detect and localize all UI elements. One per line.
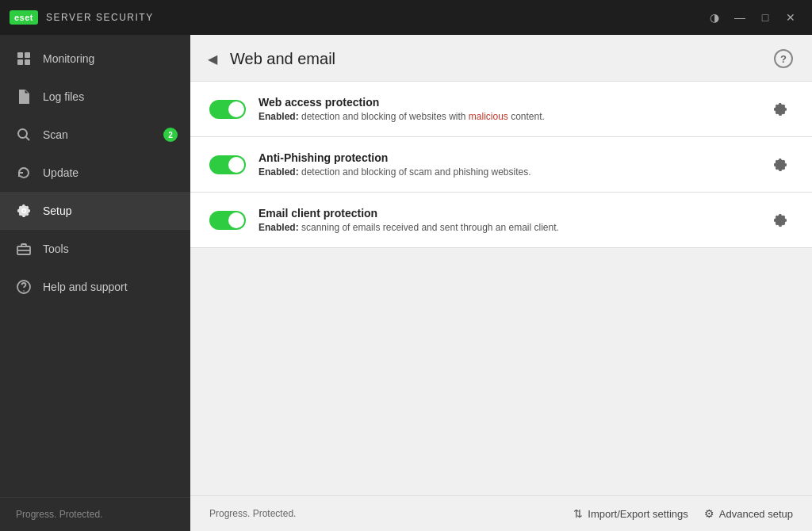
sidebar-item-tools[interactable]: Tools xyxy=(0,230,190,268)
gear-icon xyxy=(16,203,32,219)
refresh-icon xyxy=(16,165,32,181)
anti-phishing-text: Anti-Phishing protection Enabled: detect… xyxy=(259,151,755,178)
page-title: Web and email xyxy=(230,50,335,68)
advanced-setup-button[interactable]: ⚙ Advanced setup xyxy=(704,507,793,520)
sidebar-item-setup[interactable]: Setup xyxy=(0,192,190,230)
sidebar-item-label: Tools xyxy=(43,243,69,255)
content-footer: Progress. Protected. ⇅ Import/Export set… xyxy=(190,495,812,531)
titlebar: eset SERVER SECURITY ◑ — □ ✕ xyxy=(0,0,812,35)
file-icon xyxy=(16,89,32,105)
search-icon xyxy=(16,127,32,143)
sidebar-item-scan[interactable]: Scan 2 xyxy=(0,116,190,154)
back-button[interactable]: ◀ xyxy=(203,50,222,68)
maximize-button[interactable]: □ xyxy=(753,6,777,29)
close-button[interactable]: ✕ xyxy=(779,6,802,29)
anti-phishing-settings-button[interactable] xyxy=(768,152,793,178)
footer-actions: ⇅ Import/Export settings ⚙ Advanced setu… xyxy=(573,507,793,520)
web-access-title: Web access protection xyxy=(259,96,755,109)
svg-rect-2 xyxy=(17,59,23,65)
sidebar-item-label: Monitoring xyxy=(43,52,94,65)
grid-icon xyxy=(16,51,32,67)
import-export-icon: ⇅ xyxy=(573,507,583,520)
protection-item-email-client: Email client protection Enabled: scannin… xyxy=(190,193,812,248)
email-client-desc-text: scanning of emails received and sent thr… xyxy=(301,222,559,233)
svg-rect-3 xyxy=(25,59,30,65)
main-layout: Monitoring Log files Scan xyxy=(0,35,812,531)
sidebar-item-label: Help and support xyxy=(43,281,128,293)
advanced-setup-icon: ⚙ xyxy=(704,507,714,520)
anti-phishing-toggle[interactable] xyxy=(209,155,246,174)
sidebar-item-update[interactable]: Update xyxy=(0,154,190,192)
protection-item-web-access: Web access protection Enabled: detection… xyxy=(190,82,812,137)
content-header: ◀ Web and email ? xyxy=(190,35,812,82)
web-access-toggle[interactable] xyxy=(209,100,246,119)
protection-item-anti-phishing: Anti-Phishing protection Enabled: detect… xyxy=(190,137,812,193)
web-access-settings-button[interactable] xyxy=(768,97,793,122)
web-access-enabled-label: Enabled: xyxy=(259,111,299,122)
theme-toggle-button[interactable]: ◑ xyxy=(703,6,726,29)
help-icon xyxy=(16,279,32,295)
sidebar-item-log-files[interactable]: Log files xyxy=(0,78,190,116)
import-export-label: Import/Export settings xyxy=(588,508,688,520)
email-client-enabled-label: Enabled: xyxy=(259,222,299,233)
svg-point-12 xyxy=(23,290,25,292)
sidebar: Monitoring Log files Scan xyxy=(0,35,190,531)
anti-phishing-desc-text: detection and blocking of scam and phish… xyxy=(301,166,531,178)
email-client-title: Email client protection xyxy=(259,207,755,220)
web-access-text: Web access protection Enabled: detection… xyxy=(259,96,755,122)
anti-phishing-title: Anti-Phishing protection xyxy=(259,151,755,164)
sidebar-item-label: Update xyxy=(43,166,79,179)
malicious-highlight: malicious xyxy=(469,111,508,122)
sidebar-item-label: Log files xyxy=(43,90,84,103)
svg-line-8 xyxy=(26,137,30,141)
anti-phishing-enabled-label: Enabled: xyxy=(259,166,299,178)
content-header-left: ◀ Web and email xyxy=(203,50,335,68)
app-title: SERVER SECURITY xyxy=(46,12,154,23)
sidebar-item-label: Scan xyxy=(43,128,68,141)
web-access-desc: Enabled: detection and blocking of websi… xyxy=(259,111,755,122)
scan-badge: 2 xyxy=(163,128,178,142)
content-area: ◀ Web and email ? Web access protection … xyxy=(190,35,812,531)
advanced-setup-label: Advanced setup xyxy=(719,508,793,520)
titlebar-left: eset SERVER SECURITY xyxy=(10,10,154,25)
footer-status: Progress. Protected. xyxy=(209,508,296,519)
anti-phishing-desc: Enabled: detection and blocking of scam … xyxy=(259,166,755,178)
minimize-button[interactable]: — xyxy=(728,6,752,29)
import-export-button[interactable]: ⇅ Import/Export settings xyxy=(573,507,688,520)
titlebar-controls: ◑ — □ ✕ xyxy=(703,6,802,29)
web-access-desc-text: detection and blocking of websites with … xyxy=(301,111,545,122)
svg-rect-0 xyxy=(17,52,23,58)
sidebar-item-help-and-support[interactable]: Help and support xyxy=(0,268,190,306)
briefcase-icon xyxy=(16,241,32,257)
email-client-settings-button[interactable] xyxy=(768,208,793,233)
help-button[interactable]: ? xyxy=(774,49,793,68)
eset-logo: eset xyxy=(10,10,38,25)
sidebar-status: Progress. Protected. xyxy=(0,497,190,531)
sidebar-item-label: Setup xyxy=(43,204,72,217)
email-client-toggle[interactable] xyxy=(209,211,246,230)
svg-rect-1 xyxy=(25,52,30,58)
sidebar-item-monitoring[interactable]: Monitoring xyxy=(0,40,190,78)
email-client-text: Email client protection Enabled: scannin… xyxy=(259,207,755,233)
svg-point-7 xyxy=(18,129,27,138)
email-client-desc: Enabled: scanning of emails received and… xyxy=(259,222,755,233)
protection-items-list: Web access protection Enabled: detection… xyxy=(190,82,812,495)
